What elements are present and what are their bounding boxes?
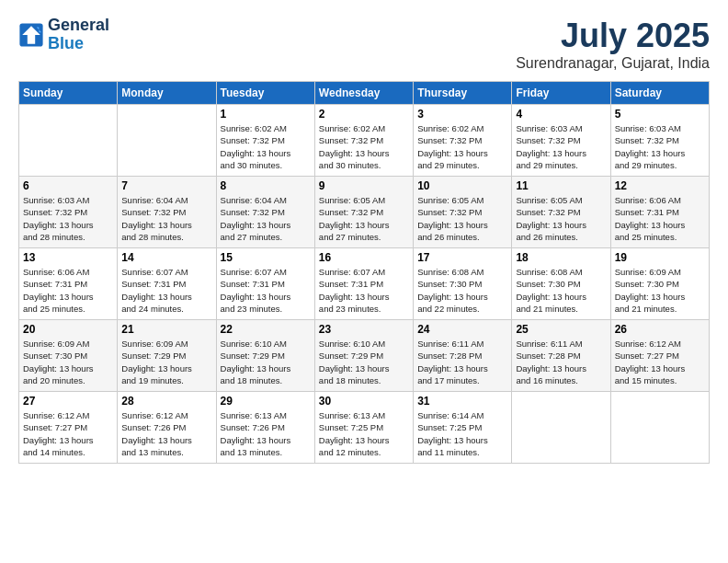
cell-info: Sunrise: 6:05 AM Sunset: 7:32 PM Dayligh… (319, 194, 409, 243)
calendar-cell: 26Sunrise: 6:12 AM Sunset: 7:27 PM Dayli… (610, 320, 709, 392)
weekday-header: Wednesday (314, 82, 413, 105)
title-area: July 2025 Surendranagar, Gujarat, India (516, 17, 710, 72)
day-number: 20 (23, 323, 113, 336)
calendar-week-row: 13Sunrise: 6:06 AM Sunset: 7:31 PM Dayli… (19, 248, 710, 320)
cell-info: Sunrise: 6:10 AM Sunset: 7:29 PM Dayligh… (319, 338, 409, 386)
weekday-header: Monday (118, 82, 216, 105)
day-number: 7 (121, 179, 211, 192)
cell-info: Sunrise: 6:02 AM Sunset: 7:32 PM Dayligh… (319, 122, 409, 171)
cell-info: Sunrise: 6:08 AM Sunset: 7:30 PM Dayligh… (417, 266, 507, 315)
calendar-week-row: 1Sunrise: 6:02 AM Sunset: 7:32 PM Daylig… (19, 105, 710, 177)
cell-info: Sunrise: 6:12 AM Sunset: 7:26 PM Dayligh… (121, 409, 211, 458)
cell-info: Sunrise: 6:07 AM Sunset: 7:31 PM Dayligh… (221, 266, 311, 315)
calendar-cell: 16Sunrise: 6:07 AM Sunset: 7:31 PM Dayli… (314, 248, 413, 320)
day-number: 12 (615, 179, 705, 192)
day-number: 1 (221, 108, 311, 121)
logo-icon (18, 22, 44, 48)
calendar-cell: 11Sunrise: 6:05 AM Sunset: 7:32 PM Dayli… (512, 177, 610, 248)
calendar-cell: 2Sunrise: 6:02 AM Sunset: 7:32 PM Daylig… (314, 105, 413, 177)
logo-line2: Blue (48, 35, 109, 53)
calendar-week-row: 20Sunrise: 6:09 AM Sunset: 7:30 PM Dayli… (19, 320, 710, 392)
cell-info: Sunrise: 6:07 AM Sunset: 7:31 PM Dayligh… (121, 266, 211, 315)
day-number: 28 (121, 395, 211, 408)
cell-info: Sunrise: 6:10 AM Sunset: 7:29 PM Dayligh… (221, 338, 311, 386)
day-number: 16 (319, 251, 409, 264)
day-number: 29 (221, 395, 311, 408)
calendar-cell: 14Sunrise: 6:07 AM Sunset: 7:31 PM Dayli… (118, 248, 216, 320)
day-number: 18 (516, 251, 606, 264)
calendar-cell: 15Sunrise: 6:07 AM Sunset: 7:31 PM Dayli… (216, 248, 314, 320)
cell-info: Sunrise: 6:02 AM Sunset: 7:32 PM Dayligh… (221, 122, 311, 171)
calendar-cell (118, 105, 216, 177)
day-number: 10 (417, 179, 507, 192)
calendar-cell: 19Sunrise: 6:09 AM Sunset: 7:30 PM Dayli… (610, 248, 709, 320)
cell-info: Sunrise: 6:03 AM Sunset: 7:32 PM Dayligh… (23, 194, 113, 243)
day-number: 11 (516, 179, 606, 192)
calendar-week-row: 6Sunrise: 6:03 AM Sunset: 7:32 PM Daylig… (19, 177, 710, 248)
cell-info: Sunrise: 6:05 AM Sunset: 7:32 PM Dayligh… (417, 194, 507, 243)
cell-info: Sunrise: 6:03 AM Sunset: 7:32 PM Dayligh… (516, 122, 606, 171)
calendar-cell: 27Sunrise: 6:12 AM Sunset: 7:27 PM Dayli… (19, 392, 118, 464)
cell-info: Sunrise: 6:09 AM Sunset: 7:30 PM Dayligh… (615, 266, 705, 315)
day-number: 14 (121, 251, 211, 264)
calendar-cell: 21Sunrise: 6:09 AM Sunset: 7:29 PM Dayli… (118, 320, 216, 392)
page: General Blue July 2025 Surendranagar, Gu… (0, 0, 728, 473)
location-title: Surendranagar, Gujarat, India (516, 55, 710, 72)
day-number: 6 (23, 179, 113, 192)
cell-info: Sunrise: 6:02 AM Sunset: 7:32 PM Dayligh… (417, 122, 507, 171)
calendar-table: SundayMondayTuesdayWednesdayThursdayFrid… (18, 81, 710, 464)
weekday-header: Saturday (610, 82, 709, 105)
calendar-week-row: 27Sunrise: 6:12 AM Sunset: 7:27 PM Dayli… (19, 392, 710, 464)
calendar-cell: 5Sunrise: 6:03 AM Sunset: 7:32 PM Daylig… (610, 105, 709, 177)
header: General Blue July 2025 Surendranagar, Gu… (18, 17, 710, 72)
logo: General Blue (18, 17, 109, 53)
day-number: 22 (221, 323, 311, 336)
calendar-cell: 9Sunrise: 6:05 AM Sunset: 7:32 PM Daylig… (314, 177, 413, 248)
calendar-cell: 7Sunrise: 6:04 AM Sunset: 7:32 PM Daylig… (118, 177, 216, 248)
day-number: 25 (516, 323, 606, 336)
calendar-cell: 20Sunrise: 6:09 AM Sunset: 7:30 PM Dayli… (19, 320, 118, 392)
day-number: 3 (417, 108, 507, 121)
cell-info: Sunrise: 6:13 AM Sunset: 7:25 PM Dayligh… (319, 409, 409, 458)
calendar-cell: 4Sunrise: 6:03 AM Sunset: 7:32 PM Daylig… (512, 105, 610, 177)
cell-info: Sunrise: 6:04 AM Sunset: 7:32 PM Dayligh… (121, 194, 211, 243)
calendar-cell: 23Sunrise: 6:10 AM Sunset: 7:29 PM Dayli… (314, 320, 413, 392)
calendar-cell: 28Sunrise: 6:12 AM Sunset: 7:26 PM Dayli… (118, 392, 216, 464)
calendar-cell: 17Sunrise: 6:08 AM Sunset: 7:30 PM Dayli… (414, 248, 512, 320)
calendar-cell (19, 105, 118, 177)
day-number: 31 (417, 395, 507, 408)
calendar-cell: 25Sunrise: 6:11 AM Sunset: 7:28 PM Dayli… (512, 320, 610, 392)
day-number: 21 (121, 323, 211, 336)
cell-info: Sunrise: 6:11 AM Sunset: 7:28 PM Dayligh… (516, 338, 606, 386)
cell-info: Sunrise: 6:04 AM Sunset: 7:32 PM Dayligh… (221, 194, 311, 243)
day-number: 30 (319, 395, 409, 408)
day-number: 8 (221, 179, 311, 192)
calendar-cell: 31Sunrise: 6:14 AM Sunset: 7:25 PM Dayli… (414, 392, 512, 464)
cell-info: Sunrise: 6:06 AM Sunset: 7:31 PM Dayligh… (615, 194, 705, 243)
calendar-cell: 12Sunrise: 6:06 AM Sunset: 7:31 PM Dayli… (610, 177, 709, 248)
weekday-header-row: SundayMondayTuesdayWednesdayThursdayFrid… (19, 82, 710, 105)
calendar-cell: 1Sunrise: 6:02 AM Sunset: 7:32 PM Daylig… (216, 105, 314, 177)
cell-info: Sunrise: 6:12 AM Sunset: 7:27 PM Dayligh… (615, 338, 705, 386)
calendar-cell: 24Sunrise: 6:11 AM Sunset: 7:28 PM Dayli… (414, 320, 512, 392)
calendar-cell: 13Sunrise: 6:06 AM Sunset: 7:31 PM Dayli… (19, 248, 118, 320)
day-number: 13 (23, 251, 113, 264)
calendar-cell: 3Sunrise: 6:02 AM Sunset: 7:32 PM Daylig… (414, 105, 512, 177)
cell-info: Sunrise: 6:09 AM Sunset: 7:30 PM Dayligh… (23, 338, 113, 386)
cell-info: Sunrise: 6:05 AM Sunset: 7:32 PM Dayligh… (516, 194, 606, 243)
weekday-header: Thursday (414, 82, 512, 105)
cell-info: Sunrise: 6:13 AM Sunset: 7:26 PM Dayligh… (221, 409, 311, 458)
day-number: 17 (417, 251, 507, 264)
weekday-header: Tuesday (216, 82, 314, 105)
day-number: 24 (417, 323, 507, 336)
cell-info: Sunrise: 6:07 AM Sunset: 7:31 PM Dayligh… (319, 266, 409, 315)
cell-info: Sunrise: 6:08 AM Sunset: 7:30 PM Dayligh… (516, 266, 606, 315)
calendar-cell (512, 392, 610, 464)
calendar-cell: 18Sunrise: 6:08 AM Sunset: 7:30 PM Dayli… (512, 248, 610, 320)
day-number: 26 (615, 323, 705, 336)
day-number: 27 (23, 395, 113, 408)
day-number: 2 (319, 108, 409, 121)
calendar-cell (610, 392, 709, 464)
day-number: 9 (319, 179, 409, 192)
month-title: July 2025 (516, 17, 710, 55)
